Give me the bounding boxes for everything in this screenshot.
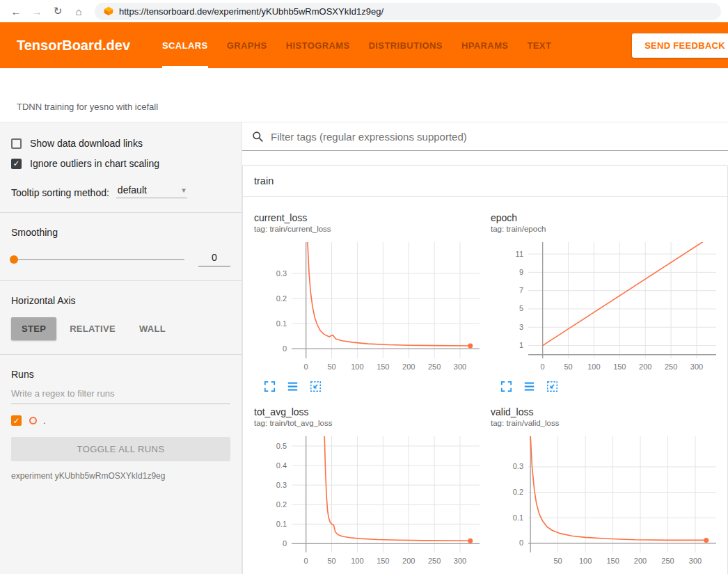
svg-text:0.4: 0.4 — [276, 461, 287, 470]
charts-grid: current_losstag: train/current_loss05010… — [243, 197, 727, 574]
svg-text:3: 3 — [519, 323, 523, 331]
svg-text:200: 200 — [639, 362, 651, 371]
smoothing-value[interactable]: 0 — [198, 252, 230, 266]
back-icon[interactable]: ← — [7, 2, 25, 20]
chart-canvas[interactable]: 5010015020025030000.10.20.3 — [491, 433, 722, 569]
run-color-ring — [29, 417, 37, 424]
browser-toolbar: ← → ↻ ⌂ https://tensorboard.dev/experime… — [0, 0, 728, 22]
tag-filter-input[interactable] — [271, 131, 728, 143]
axis-relative-button[interactable]: RELATIVE — [59, 317, 126, 340]
show-download-row[interactable]: Show data download links — [11, 138, 230, 149]
url-text: https://tensorboard.dev/experiment/yKUbh… — [119, 6, 383, 17]
tag-filter-row[interactable] — [242, 122, 728, 151]
train-section-title[interactable]: train — [243, 166, 727, 197]
axis-wall-button[interactable]: WALL — [129, 317, 176, 340]
svg-text:0: 0 — [541, 362, 545, 371]
svg-text:50: 50 — [554, 557, 562, 565]
svg-text:0.3: 0.3 — [513, 462, 523, 470]
search-icon — [252, 131, 264, 143]
nav-tabs: SCALARSGRAPHSHISTOGRAMSDISTRIBUTIONSHPAR… — [162, 22, 551, 68]
svg-text:50: 50 — [327, 362, 335, 371]
divider — [0, 280, 242, 281]
slider-thumb[interactable] — [10, 255, 18, 264]
svg-text:0.3: 0.3 — [276, 269, 287, 278]
tab-histograms[interactable]: HISTOGRAMS — [286, 22, 350, 68]
app-header: TensorBoard.dev SCALARSGRAPHSHISTOGRAMSD… — [0, 22, 728, 68]
ignore-outliers-row[interactable]: Ignore outliers in chart scaling — [11, 158, 230, 169]
toggle-all-runs-button[interactable]: TOGGLE ALL RUNS — [11, 437, 230, 461]
svg-text:0.1: 0.1 — [513, 513, 523, 522]
svg-text:200: 200 — [634, 557, 647, 565]
chart-current_loss: current_losstag: train/current_loss05010… — [254, 212, 491, 392]
svg-text:100: 100 — [587, 362, 600, 371]
main-panel: train current_losstag: train/current_los… — [242, 122, 728, 574]
svg-text:200: 200 — [402, 362, 415, 371]
chevron-down-icon: ▾ — [182, 186, 186, 195]
svg-text:0.1: 0.1 — [276, 520, 287, 528]
show-download-checkbox[interactable] — [11, 138, 22, 149]
expand-chart-icon[interactable] — [264, 381, 276, 392]
content: Show data download links Ignore outliers… — [0, 122, 728, 574]
svg-text:250: 250 — [661, 557, 674, 565]
chart-toolbar — [254, 381, 491, 392]
svg-text:150: 150 — [613, 362, 626, 371]
svg-text:300: 300 — [689, 557, 702, 565]
tensorboard-favicon — [104, 6, 113, 16]
svg-text:100: 100 — [579, 557, 592, 565]
forward-icon[interactable]: → — [28, 2, 46, 20]
svg-text:0: 0 — [283, 539, 287, 548]
tab-hparams[interactable]: HPARAMS — [461, 22, 509, 68]
chart-title: valid_loss — [491, 406, 727, 417]
ignore-outliers-checkbox[interactable] — [11, 159, 22, 169]
tooltip-sorting-select[interactable]: default ▾ — [116, 184, 187, 198]
chart-canvas[interactable]: 0501001502002503001357911 — [491, 239, 722, 375]
chart-epoch: epochtag: train/epoch0501001502002503001… — [491, 212, 727, 392]
full-size-icon[interactable] — [287, 381, 299, 392]
horizontal-axis-buttons: STEPRELATIVEWALL — [11, 317, 230, 340]
chart-valid_loss: valid_losstag: train/valid_loss501001502… — [491, 406, 727, 574]
svg-text:0.1: 0.1 — [276, 319, 287, 328]
svg-text:0.2: 0.2 — [513, 488, 523, 496]
full-size-icon[interactable] — [523, 381, 535, 392]
address-bar[interactable]: https://tensorboard.dev/experiment/yKUbh… — [95, 3, 721, 20]
runs-filter-input[interactable] — [11, 384, 230, 404]
svg-text:150: 150 — [377, 362, 389, 371]
svg-text:50: 50 — [327, 557, 335, 565]
runs-label: Runs — [11, 369, 230, 380]
reload-icon[interactable]: ↻ — [49, 2, 67, 20]
svg-text:0.3: 0.3 — [276, 481, 287, 489]
brand-title[interactable]: TensorBoard.dev — [17, 38, 130, 54]
horizontal-axis-label: Horizontal Axis — [11, 295, 230, 306]
expand-chart-icon[interactable] — [500, 381, 512, 392]
tooltip-sorting-label: Tooltip sorting method: — [11, 187, 109, 198]
chart-title: current_loss — [254, 212, 491, 223]
svg-text:250: 250 — [665, 362, 677, 371]
smoothing-slider-row: 0 — [11, 252, 230, 266]
svg-text:300: 300 — [690, 362, 703, 371]
svg-text:0.5: 0.5 — [276, 442, 287, 450]
tab-text[interactable]: TEXT — [527, 22, 551, 68]
run-row[interactable]: . — [11, 415, 230, 426]
smoothing-slider[interactable] — [11, 259, 184, 260]
fit-domain-icon[interactable] — [310, 381, 322, 392]
run-checkbox[interactable] — [11, 415, 22, 426]
chart-toolbar — [491, 381, 727, 392]
train-card: train current_losstag: train/current_los… — [242, 165, 728, 574]
tab-distributions[interactable]: DISTRIBUTIONS — [369, 22, 443, 68]
fit-domain-icon[interactable] — [546, 381, 558, 392]
svg-text:150: 150 — [606, 557, 619, 565]
svg-text:300: 300 — [454, 362, 466, 371]
chart-canvas[interactable]: 05010015020025030000.10.20.3 — [254, 239, 485, 375]
tab-scalars[interactable]: SCALARS — [162, 22, 208, 68]
home-icon[interactable]: ⌂ — [70, 2, 88, 20]
axis-step-button[interactable]: STEP — [11, 317, 56, 340]
chart-tag: tag: train/tot_avg_loss — [254, 419, 491, 427]
chart-title: tot_avg_loss — [254, 406, 491, 417]
svg-text:0: 0 — [283, 344, 287, 353]
svg-text:9: 9 — [519, 268, 523, 276]
send-feedback-button[interactable]: SEND FEEDBACK — [632, 33, 728, 58]
tab-graphs[interactable]: GRAPHS — [227, 22, 267, 68]
chart-canvas[interactable]: 05010015020025030000.10.20.30.40.5 — [254, 433, 485, 569]
svg-text:250: 250 — [428, 557, 441, 565]
smoothing-label: Smoothing — [11, 227, 230, 238]
